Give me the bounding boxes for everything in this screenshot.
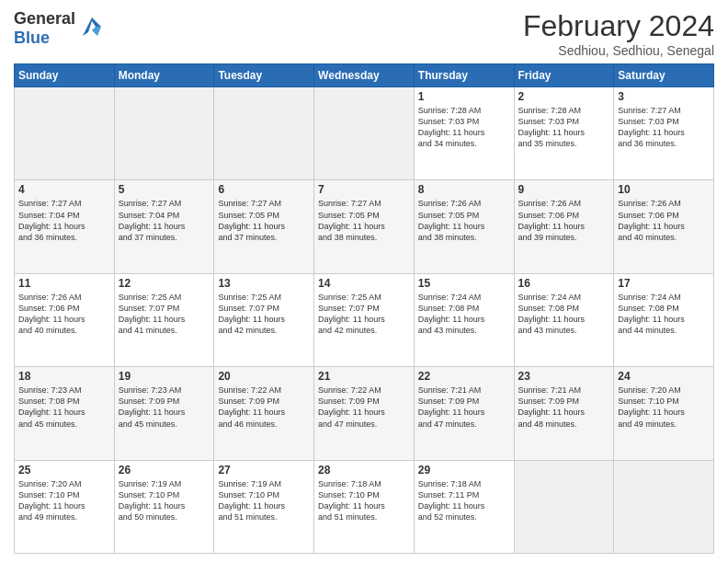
header-thursday: Thursday (414, 64, 514, 87)
day-number: 1 (418, 90, 510, 103)
day-info: Sunrise: 7:28 AMSunset: 7:03 PMDaylight:… (418, 105, 510, 150)
day-number: 9 (518, 183, 610, 196)
calendar-cell: 26Sunrise: 7:19 AMSunset: 7:10 PMDayligh… (114, 460, 214, 553)
calendar-cell: 21Sunrise: 7:22 AMSunset: 7:09 PMDayligh… (314, 367, 415, 460)
calendar-cell: 4Sunrise: 7:27 AMSunset: 7:04 PMDaylight… (15, 180, 115, 273)
day-info: Sunrise: 7:23 AMSunset: 7:09 PMDaylight:… (119, 385, 210, 430)
logo-blue: Blue (14, 29, 75, 48)
day-info: Sunrise: 7:22 AMSunset: 7:09 PMDaylight:… (318, 385, 410, 430)
day-number: 21 (318, 370, 410, 383)
day-info: Sunrise: 7:27 AMSunset: 7:04 PMDaylight:… (18, 198, 110, 243)
calendar-cell: 12Sunrise: 7:25 AMSunset: 7:07 PMDayligh… (114, 273, 214, 366)
day-info: Sunrise: 7:27 AMSunset: 7:03 PMDaylight:… (618, 105, 710, 150)
logo: General Blue (14, 9, 105, 48)
day-number: 11 (18, 277, 110, 290)
day-info: Sunrise: 7:18 AMSunset: 7:10 PMDaylight:… (318, 478, 410, 523)
day-number: 24 (618, 370, 710, 383)
header-row: Sunday Monday Tuesday Wednesday Thursday… (15, 64, 714, 87)
day-info: Sunrise: 7:26 AMSunset: 7:05 PMDaylight:… (418, 198, 510, 243)
day-info: Sunrise: 7:25 AMSunset: 7:07 PMDaylight:… (318, 292, 410, 337)
calendar-cell: 18Sunrise: 7:23 AMSunset: 7:08 PMDayligh… (15, 367, 115, 460)
header-wednesday: Wednesday (314, 64, 415, 87)
calendar-cell: 19Sunrise: 7:23 AMSunset: 7:09 PMDayligh… (114, 367, 214, 460)
logo-text: General Blue (14, 9, 75, 48)
day-info: Sunrise: 7:28 AMSunset: 7:03 PMDaylight:… (518, 105, 610, 150)
calendar-cell: 16Sunrise: 7:24 AMSunset: 7:08 PMDayligh… (514, 273, 614, 366)
calendar-cell: 20Sunrise: 7:22 AMSunset: 7:09 PMDayligh… (214, 367, 314, 460)
day-number: 8 (418, 183, 510, 196)
calendar-cell: 28Sunrise: 7:18 AMSunset: 7:10 PMDayligh… (314, 460, 415, 553)
day-number: 15 (418, 277, 510, 290)
calendar-week-2: 4Sunrise: 7:27 AMSunset: 7:04 PMDaylight… (15, 180, 714, 273)
calendar-body: 1Sunrise: 7:28 AMSunset: 7:03 PMDaylight… (15, 87, 714, 554)
day-info: Sunrise: 7:26 AMSunset: 7:06 PMDaylight:… (18, 292, 110, 337)
day-number: 16 (518, 277, 610, 290)
day-info: Sunrise: 7:24 AMSunset: 7:08 PMDaylight:… (518, 292, 610, 337)
calendar-cell: 8Sunrise: 7:26 AMSunset: 7:05 PMDaylight… (414, 180, 514, 273)
day-number: 19 (119, 370, 210, 383)
day-number: 25 (18, 464, 110, 477)
calendar-cell (15, 87, 115, 180)
day-info: Sunrise: 7:21 AMSunset: 7:09 PMDaylight:… (518, 385, 610, 430)
day-info: Sunrise: 7:24 AMSunset: 7:08 PMDaylight:… (418, 292, 510, 337)
day-info: Sunrise: 7:27 AMSunset: 7:04 PMDaylight:… (119, 198, 210, 243)
day-info: Sunrise: 7:20 AMSunset: 7:10 PMDaylight:… (618, 385, 710, 430)
calendar-cell: 2Sunrise: 7:28 AMSunset: 7:03 PMDaylight… (514, 87, 614, 180)
month-title: February 2024 (523, 9, 714, 43)
day-info: Sunrise: 7:26 AMSunset: 7:06 PMDaylight:… (618, 198, 710, 243)
calendar-week-4: 18Sunrise: 7:23 AMSunset: 7:08 PMDayligh… (15, 367, 714, 460)
header-friday: Friday (514, 64, 614, 87)
day-number: 6 (218, 183, 310, 196)
calendar-cell: 7Sunrise: 7:27 AMSunset: 7:05 PMDaylight… (314, 180, 415, 273)
calendar-cell: 3Sunrise: 7:27 AMSunset: 7:03 PMDaylight… (614, 87, 714, 180)
svg-marker-1 (92, 27, 101, 36)
logo-general: General (14, 9, 75, 29)
day-number: 10 (618, 183, 710, 196)
calendar-cell (514, 460, 614, 553)
day-info: Sunrise: 7:24 AMSunset: 7:08 PMDaylight:… (618, 292, 710, 337)
day-info: Sunrise: 7:20 AMSunset: 7:10 PMDaylight:… (18, 478, 110, 523)
day-number: 4 (18, 183, 110, 196)
day-number: 29 (418, 464, 510, 477)
header-monday: Monday (114, 64, 214, 87)
day-info: Sunrise: 7:26 AMSunset: 7:06 PMDaylight:… (518, 198, 610, 243)
day-info: Sunrise: 7:19 AMSunset: 7:10 PMDaylight:… (218, 478, 310, 523)
calendar-cell (114, 87, 214, 180)
calendar-week-5: 25Sunrise: 7:20 AMSunset: 7:10 PMDayligh… (15, 460, 714, 553)
day-info: Sunrise: 7:27 AMSunset: 7:05 PMDaylight:… (218, 198, 310, 243)
calendar-cell: 11Sunrise: 7:26 AMSunset: 7:06 PMDayligh… (15, 273, 115, 366)
calendar-table: Sunday Monday Tuesday Wednesday Thursday… (14, 63, 714, 554)
day-number: 14 (318, 277, 410, 290)
day-number: 5 (119, 183, 210, 196)
location: Sedhiou, Sedhiou, Senegal (523, 43, 714, 58)
day-info: Sunrise: 7:18 AMSunset: 7:11 PMDaylight:… (418, 478, 510, 523)
day-info: Sunrise: 7:25 AMSunset: 7:07 PMDaylight:… (119, 292, 210, 337)
calendar-cell (614, 460, 714, 553)
day-number: 27 (218, 464, 310, 477)
calendar-cell: 27Sunrise: 7:19 AMSunset: 7:10 PMDayligh… (214, 460, 314, 553)
calendar-cell: 1Sunrise: 7:28 AMSunset: 7:03 PMDaylight… (414, 87, 514, 180)
day-number: 7 (318, 183, 410, 196)
calendar-cell (214, 87, 314, 180)
logo-icon (79, 14, 105, 40)
calendar-cell: 24Sunrise: 7:20 AMSunset: 7:10 PMDayligh… (614, 367, 714, 460)
calendar-cell: 14Sunrise: 7:25 AMSunset: 7:07 PMDayligh… (314, 273, 415, 366)
day-number: 12 (119, 277, 210, 290)
day-info: Sunrise: 7:19 AMSunset: 7:10 PMDaylight:… (119, 478, 210, 523)
day-number: 18 (18, 370, 110, 383)
day-number: 2 (518, 90, 610, 103)
calendar-cell: 9Sunrise: 7:26 AMSunset: 7:06 PMDaylight… (514, 180, 614, 273)
calendar-cell: 22Sunrise: 7:21 AMSunset: 7:09 PMDayligh… (414, 367, 514, 460)
calendar-cell: 13Sunrise: 7:25 AMSunset: 7:07 PMDayligh… (214, 273, 314, 366)
calendar-cell: 6Sunrise: 7:27 AMSunset: 7:05 PMDaylight… (214, 180, 314, 273)
day-info: Sunrise: 7:23 AMSunset: 7:08 PMDaylight:… (18, 385, 110, 430)
calendar-week-3: 11Sunrise: 7:26 AMSunset: 7:06 PMDayligh… (15, 273, 714, 366)
calendar-cell: 17Sunrise: 7:24 AMSunset: 7:08 PMDayligh… (614, 273, 714, 366)
day-number: 22 (418, 370, 510, 383)
day-number: 17 (618, 277, 710, 290)
calendar-cell: 5Sunrise: 7:27 AMSunset: 7:04 PMDaylight… (114, 180, 214, 273)
header-tuesday: Tuesday (214, 64, 314, 87)
calendar-cell: 25Sunrise: 7:20 AMSunset: 7:10 PMDayligh… (15, 460, 115, 553)
day-info: Sunrise: 7:22 AMSunset: 7:09 PMDaylight:… (218, 385, 310, 430)
calendar-cell: 23Sunrise: 7:21 AMSunset: 7:09 PMDayligh… (514, 367, 614, 460)
